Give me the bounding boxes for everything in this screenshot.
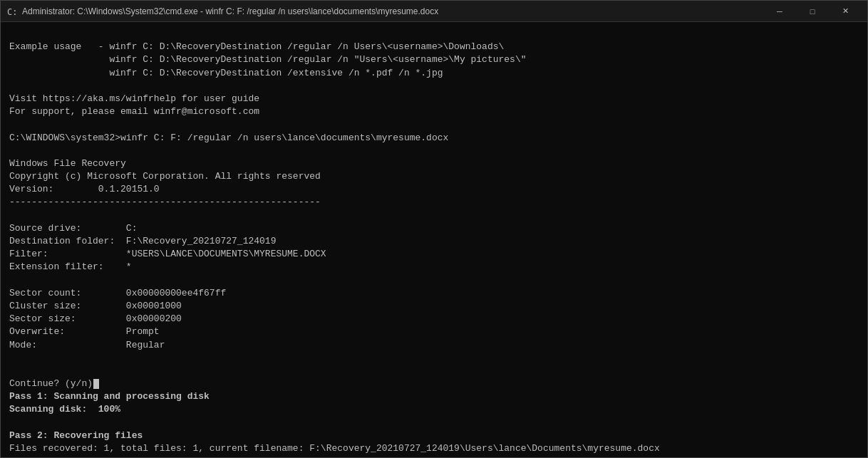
line-example-2: winfr C: D:\RecoveryDestination /regular… <box>9 53 859 66</box>
line-command: C:\WINDOWS\system32>winfr C: F: /regular… <box>9 132 859 145</box>
line-files-recovered: Files recovered: 1, total files: 1, curr… <box>9 442 859 455</box>
cursor <box>93 379 99 389</box>
line-progress: Progress: 100% <box>9 455 859 457</box>
minimize-button[interactable]: ─ <box>763 1 796 22</box>
line-scanning: Scanning disk: 100% <box>9 403 859 416</box>
line-ext-filter: Extension filter: * <box>9 261 859 274</box>
line-blank-8 <box>9 365 859 378</box>
cmd-icon: C: <box>6 6 18 17</box>
line-overwrite: Overwrite: Prompt <box>9 326 859 338</box>
line-separator: ----------------------------------------… <box>9 196 859 209</box>
line-blank-9 <box>9 417 859 430</box>
line-app-name: Windows File Recovery <box>9 157 859 170</box>
line-blank-4 <box>9 145 859 157</box>
line-example-usage: Example usage - winfr C: D:\RecoveryDest… <box>9 41 859 53</box>
line-blank-2 <box>9 80 859 93</box>
line-blank-5 <box>9 209 859 222</box>
line-visit: Visit https://aka.ms/winfrhelp for user … <box>9 93 859 105</box>
line-sector-count: Sector count: 0x00000000ee4f67ff <box>9 287 859 300</box>
window-title: Administrator: C:\Windows\System32\cmd.e… <box>22 6 763 16</box>
window-controls: ─ □ ✕ <box>763 1 862 22</box>
console-output[interactable]: Example usage - winfr C: D:\RecoveryDest… <box>1 22 867 457</box>
line-version: Version: 0.1.20151.0 <box>9 183 859 196</box>
line-mode: Mode: Regular <box>9 339 859 352</box>
line-dest: Destination folder: F:\Recovery_20210727… <box>9 235 859 248</box>
line-blank-7 <box>9 352 859 365</box>
svg-text:C:: C: <box>7 7 17 17</box>
line-continue: Continue? (y/n) <box>9 378 859 390</box>
line-cluster-size: Cluster size: 0x00001000 <box>9 300 859 313</box>
line-blank-3 <box>9 118 859 131</box>
line-blank-1 <box>9 28 859 41</box>
titlebar: C: Administrator: C:\Windows\System32\cm… <box>1 1 867 22</box>
line-blank-6 <box>9 274 859 287</box>
line-copyright: Copyright (c) Microsoft Corporation. All… <box>9 170 859 183</box>
line-pass2: Pass 2: Recovering files <box>9 430 859 442</box>
close-button[interactable]: ✕ <box>829 1 862 22</box>
line-sector-size: Sector size: 0x00000200 <box>9 313 859 326</box>
line-source: Source drive: C: <box>9 222 859 235</box>
line-filter: Filter: *USERS\LANCE\DOCUMENTS\MYRESUME.… <box>9 248 859 261</box>
cmd-window: C: Administrator: C:\Windows\System32\cm… <box>0 0 868 458</box>
maximize-button[interactable]: □ <box>796 1 829 22</box>
line-pass1: Pass 1: Scanning and processing disk <box>9 390 859 403</box>
line-support: For support, please email winfr@microsof… <box>9 105 859 118</box>
line-example-3: winfr C: D:\RecoveryDestination /extensi… <box>9 67 859 80</box>
